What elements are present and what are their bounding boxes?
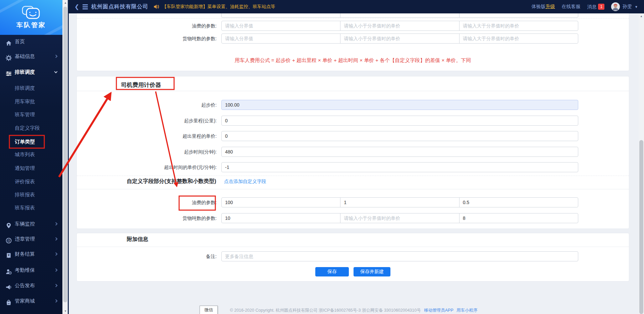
- cargo-param-row: [221, 213, 578, 223]
- sidebar-item-custom-fields[interactable]: 自定义字段: [0, 122, 62, 134]
- car-logo-icon: [21, 5, 42, 19]
- sidebar-item-attendance[interactable]: 考勤维保: [0, 264, 62, 276]
- sidebar-item-vehicle-approval[interactable]: 用车审批: [0, 96, 62, 107]
- fuel-param-row: [221, 197, 578, 207]
- app-title: 车队管家: [16, 21, 46, 29]
- user-menu[interactable]: 孙雯 ▼: [611, 2, 638, 11]
- above-threshold-price-input[interactable]: [459, 198, 578, 207]
- threshold-input[interactable]: [222, 21, 340, 30]
- base-time-input[interactable]: [221, 147, 578, 157]
- base-price-input[interactable]: [221, 100, 578, 110]
- card-driver-fee: 司机费用计价器 起步价: 起步里程(公里): 超出里程的单价: 起步时间(分钟)…: [76, 76, 629, 229]
- menu-list-icon[interactable]: [83, 4, 88, 9]
- remark-input[interactable]: [221, 251, 578, 261]
- sidebar-item-schedule-report[interactable]: 排班报表: [0, 189, 62, 200]
- section-title-driver-fee: 司机费用计价器: [121, 81, 161, 89]
- field-label: 油费的参数:: [77, 197, 217, 207]
- sidebar-item-shuttle-mgmt[interactable]: 班车管理: [0, 109, 62, 120]
- sidebar-item-city-list[interactable]: 城市列表: [0, 149, 62, 160]
- admin-app-link[interactable]: 移动管理员APP: [424, 308, 453, 313]
- online-support[interactable]: 在线客服: [561, 4, 580, 10]
- section-separator: [77, 189, 629, 189]
- section-separator: [77, 176, 629, 176]
- field-label: 起步里程(公里):: [77, 116, 217, 126]
- chevron-right-icon: [54, 237, 58, 241]
- caret-down-icon: ▼: [635, 5, 638, 9]
- sidebar-item-rating-report[interactable]: 评价报表: [0, 176, 62, 187]
- mini-program-link[interactable]: 用车小程序: [457, 308, 478, 313]
- chevron-right-icon: [54, 252, 58, 256]
- above-threshold-price-input[interactable]: [459, 34, 578, 43]
- section-separator: [77, 247, 629, 247]
- excess-time-price-input[interactable]: [221, 162, 578, 172]
- avatar[interactable]: [611, 2, 620, 11]
- page-scrollbar[interactable]: ▲: [639, 13, 644, 314]
- below-threshold-price-input[interactable]: [340, 213, 459, 223]
- page-scrollbar-thumb[interactable]: [639, 140, 643, 314]
- sidebar-item-shuttle-report[interactable]: 班车报表: [0, 202, 62, 213]
- add-custom-field-link[interactable]: 点击添加自定义字段: [224, 179, 266, 185]
- home-icon: [6, 39, 12, 45]
- copyright-text: © 2016-2020 Copyright. 杭州圆点科技有限公司 浙ICP备1…: [230, 308, 421, 313]
- cargo-param-row: [221, 34, 578, 44]
- below-threshold-price-input[interactable]: [340, 21, 459, 30]
- above-threshold-price-input[interactable]: [459, 21, 578, 30]
- sidebar-item-store[interactable]: 管家商城: [0, 295, 62, 307]
- scroll-up-arrow[interactable]: ▲: [63, 1, 68, 4]
- sidebar-item-home[interactable]: 首页: [0, 36, 62, 48]
- messages-label: 消息: [587, 4, 596, 9]
- below-threshold-price-input[interactable]: [340, 34, 459, 43]
- person-clock-icon: [6, 267, 12, 273]
- wechat-tooltip: 微信: [200, 306, 218, 314]
- top-header: ❮ 杭州圆点科技有限公司 【车队管家功能新增】菜单设置、油耗监控、班车站点等 体…: [68, 0, 644, 13]
- field-label: 超出时间的单价(元/分钟):: [77, 162, 217, 172]
- company-name: 杭州圆点科技有限公司: [91, 3, 148, 10]
- field-label: 油费的参数:: [77, 21, 217, 31]
- save-button[interactable]: 保存: [315, 267, 349, 276]
- save-and-new-button[interactable]: 保存并新建: [354, 267, 390, 276]
- scroll-down-arrow[interactable]: ▼: [63, 310, 68, 313]
- sidebar-item-basic-info[interactable]: 基础信息: [0, 50, 62, 62]
- finance-ticket-icon: ¥: [6, 251, 12, 257]
- messages[interactable]: 消息1: [587, 4, 604, 10]
- trial-label: 体验版: [531, 4, 545, 9]
- threshold-input[interactable]: [222, 34, 340, 43]
- scroll-up-arrow[interactable]: ▲: [639, 15, 644, 18]
- sidebar-item-order-type[interactable]: 订单类型: [0, 136, 62, 147]
- sidebar-item-finance[interactable]: ¥ 财务结算: [0, 248, 62, 260]
- content-divider: [68, 0, 69, 314]
- upgrade-link[interactable]: 升级: [545, 4, 555, 9]
- chevron-right-icon: [54, 222, 58, 226]
- sidebar-item-notice-mgmt[interactable]: 通知管理: [0, 163, 62, 174]
- location-pin-icon: [6, 221, 12, 227]
- field-label: 超出里程的单价:: [77, 131, 217, 141]
- field-label: 备注:: [77, 251, 217, 261]
- app-logo: 车队管家: [0, 0, 62, 35]
- card-extra-info: 附加信息 备注: 保存 保存并新建: [76, 233, 629, 281]
- sidebar-item-announcement[interactable]: 公告发布: [0, 279, 62, 292]
- above-threshold-price-input[interactable]: [459, 213, 578, 223]
- base-mileage-input[interactable]: [221, 116, 578, 126]
- field-label: 起步时间(分钟):: [77, 147, 217, 157]
- sidebar-scrollbar[interactable]: ▲ ▼: [62, 0, 68, 314]
- speaker-icon: [154, 4, 159, 9]
- sidebar-item-scheduling[interactable]: 排班调度: [0, 82, 62, 94]
- chevron-right-icon: [54, 299, 58, 303]
- message-count-badge: 1: [598, 4, 604, 10]
- chevron-right-icon: [54, 268, 58, 272]
- back-chevron-icon[interactable]: ❮: [74, 3, 79, 10]
- sidebar-item-violation-mgmt[interactable]: 违 违章管理: [0, 233, 62, 245]
- sidebar-group-scheduling[interactable]: 排班调度: [0, 66, 62, 78]
- below-threshold-price-input[interactable]: [340, 198, 459, 207]
- gear-icon: [6, 53, 12, 59]
- violation-badge-icon: 违: [6, 236, 12, 242]
- sidebar-item-vehicle-monitor[interactable]: 车辆监控: [0, 218, 62, 230]
- section-title-extra-info: 附加信息: [127, 236, 148, 243]
- fuel-param-row: [221, 21, 578, 31]
- threshold-input[interactable]: [222, 198, 340, 207]
- threshold-input[interactable]: [222, 213, 340, 223]
- username: 孙雯: [623, 4, 632, 10]
- excess-mileage-price-input[interactable]: [221, 131, 578, 141]
- sidebar-scrollbar-thumb[interactable]: [63, 7, 67, 302]
- trial-upgrade[interactable]: 体验版升级: [531, 4, 555, 10]
